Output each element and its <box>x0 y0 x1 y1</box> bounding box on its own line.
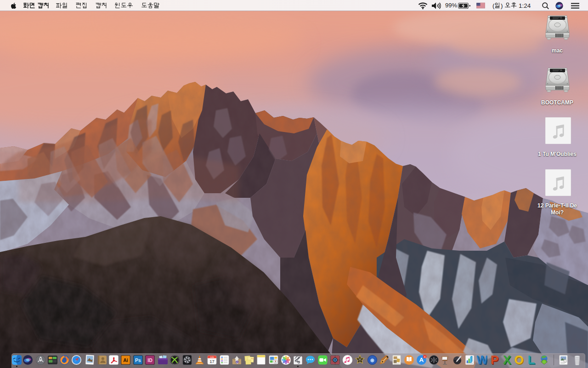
svg-text:Plan: Plan <box>251 358 254 360</box>
svg-text:O: O <box>514 355 523 365</box>
svg-text:Ps: Ps <box>135 357 141 363</box>
svg-text:): ) <box>501 2 503 9</box>
svg-text:1:24: 1:24 <box>519 2 531 9</box>
svg-text:(: ( <box>492 2 495 9</box>
svg-text:17: 17 <box>209 359 215 364</box>
svg-text:X: X <box>503 355 511 365</box>
svg-text:P: P <box>490 355 498 365</box>
svg-text:L: L <box>528 355 535 365</box>
svg-text:JUN: JUN <box>210 356 214 358</box>
svg-text:Ai: Ai <box>123 357 128 363</box>
svg-text:Q: Q <box>236 361 238 364</box>
svg-text:ID: ID <box>147 357 153 363</box>
svg-text:W: W <box>477 355 487 365</box>
